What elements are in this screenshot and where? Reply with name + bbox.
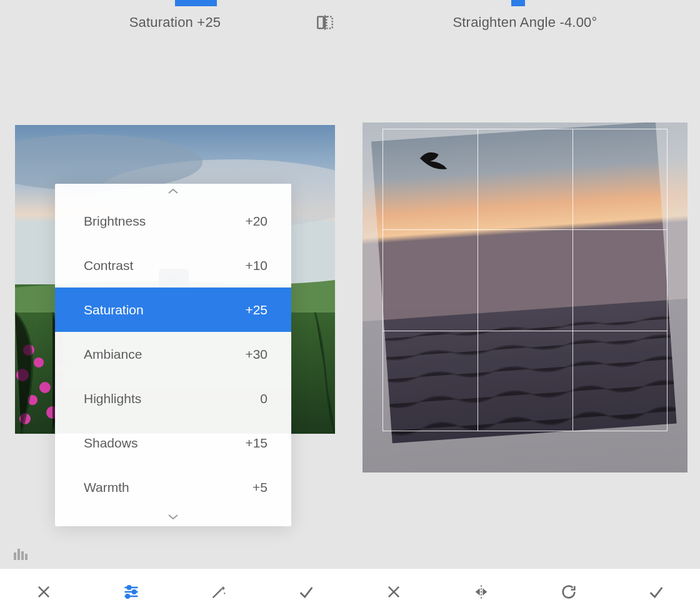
tune-item-value: +10 (245, 258, 268, 273)
magic-button[interactable] (175, 569, 262, 615)
svg-rect-2 (326, 17, 332, 29)
svg-rect-18 (18, 549, 20, 560)
close-icon (385, 583, 402, 601)
svg-point-24 (132, 590, 136, 594)
wand-icon (210, 583, 228, 601)
tune-item-brightness[interactable]: Brightness+20 (55, 199, 291, 243)
cancel-button[interactable] (0, 569, 88, 615)
tune-item-contrast[interactable]: Contrast+10 (55, 243, 291, 288)
tune-item-label: Ambiance (84, 347, 142, 362)
svg-point-27 (224, 592, 225, 594)
rotate-button[interactable] (525, 569, 612, 615)
tune-item-label: Brightness (84, 214, 146, 229)
check-icon (648, 583, 665, 601)
svg-point-22 (128, 586, 131, 589)
svg-rect-17 (14, 552, 16, 560)
svg-point-10 (39, 382, 51, 393)
tune-item-warmth[interactable]: Warmth+5 (55, 465, 291, 509)
compare-button[interactable] (315, 12, 335, 32)
histogram-icon[interactable] (14, 548, 29, 560)
tune-list: Brightness+20Contrast+10Saturation+25Amb… (55, 199, 291, 509)
bottom-bar (350, 569, 700, 615)
header-title: Straighten Angle -4.00° (452, 14, 597, 31)
sliders-icon (122, 583, 140, 601)
compare-icon (316, 14, 334, 31)
tune-item-label: Contrast (84, 258, 133, 273)
chevron-up-icon[interactable] (55, 184, 291, 199)
tune-item-value: +30 (245, 347, 268, 362)
sliders-button[interactable] (88, 569, 175, 615)
photo-right-svg (362, 122, 688, 472)
header-title: Saturation +25 (129, 14, 221, 31)
close-icon (35, 583, 52, 601)
tune-item-value: +25 (245, 302, 268, 318)
svg-point-26 (126, 594, 129, 598)
rotated-photo-wrap (362, 122, 688, 472)
flip-button[interactable] (438, 569, 525, 615)
rotate-icon (560, 583, 578, 601)
chevron-down-icon[interactable] (55, 509, 291, 524)
flip-icon (472, 583, 490, 601)
svg-point-8 (34, 358, 44, 368)
tune-item-shadows[interactable]: Shadows+15 (55, 421, 291, 465)
apply-button[interactable] (612, 569, 700, 615)
cancel-button[interactable] (350, 569, 438, 615)
svg-rect-19 (21, 551, 24, 560)
check-icon (298, 583, 315, 601)
tune-item-value: +20 (245, 214, 268, 229)
apply-button[interactable] (262, 569, 350, 615)
tune-item-label: Shadows (84, 436, 138, 451)
tune-item-label: Warmth (84, 480, 129, 495)
screen-straighten: Straighten Angle -4.00° (350, 0, 700, 615)
tune-item-highlights[interactable]: Highlights0 (55, 376, 291, 421)
header: Saturation +25 (0, 0, 350, 45)
tune-item-value: 0 (260, 391, 268, 406)
image-preview[interactable] (365, 122, 685, 472)
svg-rect-20 (25, 554, 28, 560)
tune-item-label: Saturation (84, 302, 144, 318)
tune-popup[interactable]: Brightness+20Contrast+10Saturation+25Amb… (55, 184, 291, 526)
tune-item-value: +15 (245, 436, 268, 451)
bottom-bar (0, 569, 350, 615)
header: Straighten Angle -4.00° (350, 0, 700, 45)
tune-item-label: Highlights (84, 391, 141, 406)
tune-item-saturation[interactable]: Saturation+25 (55, 288, 291, 332)
tune-item-value: +5 (252, 480, 268, 495)
screen-tune-image: Saturation +25 (0, 0, 350, 615)
svg-rect-0 (318, 17, 323, 29)
tune-item-ambiance[interactable]: Ambiance+30 (55, 332, 291, 376)
